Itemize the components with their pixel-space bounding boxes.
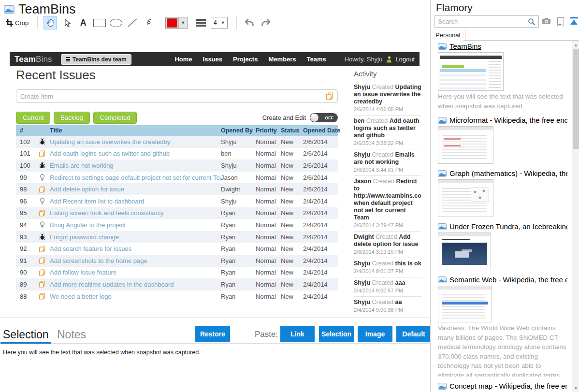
capture-screenshot-button[interactable] — [542, 17, 551, 25]
collapse-panel-button[interactable] — [569, 16, 579, 25]
color-dropdown-caret-icon[interactable]: ▼ — [178, 17, 187, 29]
stroke-size-dropdown[interactable]: 4 ▼ — [211, 17, 228, 29]
search-input[interactable] — [438, 18, 528, 25]
activity-user: Shyju — [354, 260, 370, 267]
crop-icon — [6, 19, 13, 27]
crop-button[interactable]: Crop — [3, 16, 31, 29]
new-note-button[interactable] — [557, 17, 564, 26]
flamory-snapshot-icon — [4, 5, 14, 14]
issue-priority: Normal — [256, 281, 281, 288]
snapshot-item[interactable]: Microformat - Wikipedia, the free encycl… — [438, 116, 567, 164]
tab-selection[interactable]: Selection — [3, 328, 49, 341]
nav-link: Projects — [233, 56, 258, 63]
scrollbar-up-icon[interactable]: ▲ — [572, 41, 579, 49]
issue-type-icon — [34, 269, 50, 276]
snapshot-title[interactable]: Concept map - Wikipedia, the free encycl… — [449, 382, 567, 390]
search-box[interactable] — [434, 15, 539, 28]
snapshot-title[interactable]: Graph (mathematics) - Wikipedia, the fre… — [449, 169, 567, 177]
issue-id: 92 — [16, 245, 34, 252]
teambins-logo: TeamBins — [14, 55, 52, 64]
scrollbar-down-icon[interactable]: ▼ — [572, 384, 579, 392]
issue-status: New — [281, 209, 303, 217]
tab-personal[interactable]: Personal — [434, 29, 465, 41]
snapshot-thumbnail[interactable] — [438, 286, 492, 322]
snapshot-thumbnail[interactable] — [438, 126, 493, 164]
flamory-side-panel: Flamory Personal TeamBins Here you will … — [430, 0, 579, 392]
issue-row: 93 Forgot password change Ryan Normal Ne… — [16, 231, 338, 243]
snapshot-thumbnail[interactable] — [438, 52, 504, 91]
redo-button[interactable] — [259, 16, 273, 29]
paste-selection-button[interactable]: Selection — [319, 326, 354, 342]
color-swatch — [167, 18, 177, 28]
tabs-underline-track — [0, 343, 430, 344]
line-width-button[interactable] — [194, 16, 208, 29]
issue-priority: Normal — [256, 162, 281, 169]
paste-label: Paste: — [255, 330, 278, 339]
activity-title: Activity — [354, 70, 421, 78]
issue-opened-date: 2/4/2014 — [303, 209, 338, 217]
issue-priority: Normal — [256, 269, 281, 276]
activity-item: Shyju Created aa 2/4/2014 9:00:38 PM — [354, 297, 421, 313]
issue-opened-by: Ryan — [221, 293, 256, 300]
issue-row: 94 Bring Angular to the project Ryan Nor… — [16, 219, 338, 231]
snapshot-preview[interactable]: TeamBins TeamBins dev team HomeIssuesPro… — [10, 48, 420, 313]
snapshot-page-icon — [438, 223, 447, 230]
issue-status: New — [281, 257, 303, 264]
snapshot-title[interactable]: TeamBins — [449, 42, 481, 50]
search-icon[interactable] — [528, 18, 536, 26]
snapshot-page-icon — [438, 43, 447, 50]
snapshot-title[interactable]: Under Frozen Tundra, an Icebreaking Ship… — [449, 222, 567, 231]
issue-id: 95 — [16, 209, 34, 217]
filter-button: Completed — [93, 112, 137, 124]
panel-scrollbar[interactable]: ▲ ▼ — [572, 41, 579, 392]
snapshot-page-icon — [438, 170, 447, 177]
issue-title-link: Updating an issue overwrites the created… — [50, 138, 221, 145]
issue-type-icon — [34, 257, 50, 264]
snapshot-item[interactable]: Under Frozen Tundra, an Icebreaking Ship… — [438, 222, 567, 270]
rectangle-tool-button[interactable] — [93, 16, 106, 29]
issue-opened-by: Shyju — [221, 138, 256, 145]
select-tool-button[interactable] — [60, 16, 73, 29]
issue-id: 94 — [16, 221, 34, 229]
activity-list: Shyju Created Updating an issue overwrit… — [354, 82, 421, 313]
issues-table-header: # Title Opened By Priority Status Opened… — [16, 125, 338, 136]
hand-tool-button[interactable] — [43, 16, 57, 29]
snapshot-item[interactable]: Semantic Web - Wikipedia, the free encyc… — [438, 276, 567, 377]
text-tool-button[interactable]: A — [76, 16, 90, 29]
issue-id: 96 — [16, 198, 34, 205]
issue-title-link: Add Recent item list to dashboard — [50, 198, 221, 205]
line-tool-button[interactable] — [126, 16, 139, 29]
paste-default-button[interactable]: Default — [396, 326, 431, 342]
issue-priority: Normal — [256, 293, 281, 300]
issue-type-icon — [34, 281, 50, 288]
scrollbar-thumb[interactable] — [573, 49, 579, 149]
paste-link-button[interactable]: Link — [280, 326, 315, 342]
activity-item: Shyju Created this is ok 2/4/2014 9:01:3… — [354, 258, 421, 277]
tab-notes[interactable]: Notes — [57, 328, 86, 341]
issue-status: New — [281, 281, 303, 288]
snapshot-item[interactable]: Concept map - Wikipedia, the free encycl… — [438, 382, 567, 392]
issue-type-icon — [34, 174, 50, 181]
size-dropdown-caret-icon: ▼ — [219, 17, 227, 28]
snapshot-title[interactable]: Semantic Web - Wikipedia, the free encyc… — [449, 276, 567, 284]
undo-button[interactable] — [243, 16, 256, 29]
issue-priority: Normal — [256, 150, 281, 157]
issue-opened-date: 2/6/2014 — [303, 138, 338, 145]
nav-link: Teams — [306, 56, 326, 63]
issue-id: 88 — [16, 293, 34, 300]
snapshot-item[interactable]: TeamBins Here you will see the text that… — [438, 42, 567, 111]
color-picker[interactable]: ▼ — [165, 17, 188, 29]
snapshot-list: TeamBins Here you will see the text that… — [438, 42, 567, 392]
issue-opened-by: Shyju — [221, 162, 256, 169]
snapshot-title[interactable]: Microformat - Wikipedia, the free encycl… — [449, 116, 567, 124]
snapshot-thumbnail[interactable] — [438, 232, 491, 270]
ellipse-tool-button[interactable] — [109, 16, 123, 29]
snapshot-thumbnail[interactable] — [438, 179, 493, 217]
freehand-tool-button[interactable] — [142, 16, 156, 29]
issue-title-link: Add screenshots to the home page — [50, 257, 221, 264]
activity-item: ben Created Add oauth logins such as twi… — [354, 116, 421, 149]
activity-user: Shyju — [354, 279, 370, 286]
restore-button[interactable]: Restore — [195, 326, 230, 342]
snapshot-item[interactable]: Graph (mathematics) - Wikipedia, the fre… — [438, 169, 567, 217]
paste-image-button[interactable]: Image — [358, 326, 392, 342]
